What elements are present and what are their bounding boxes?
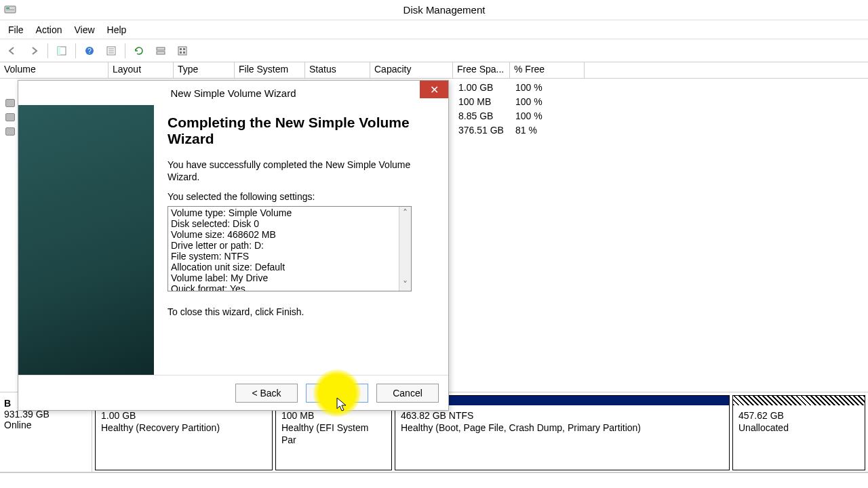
- settings-listbox[interactable]: Volume type: Simple Volume Disk selected…: [167, 206, 412, 291]
- col-status[interactable]: Status: [305, 62, 370, 78]
- partition-status: Healthy (Boot, Page File, Crash Dump, Pr…: [401, 422, 724, 434]
- partition-status: Unallocated: [738, 422, 859, 434]
- menu-file[interactable]: File: [8, 24, 24, 35]
- partition-size: 457.62 GB: [738, 409, 859, 422]
- toolbar-separator: [75, 43, 76, 58]
- list-row[interactable]: 100 MB100 %: [458, 96, 570, 110]
- new-volume-wizard-dialog: New Simple Volume Wizard ✕ Completing th…: [18, 80, 449, 411]
- wizard-heading: Completing the New Simple Volume Wizard: [167, 115, 435, 147]
- wizard-completed-text: You have successfully completed the New …: [167, 159, 435, 183]
- svg-rect-17: [183, 52, 185, 54]
- disk-status: Online: [4, 420, 87, 430]
- wizard-buttons: < Back Finish Cancel: [18, 375, 448, 410]
- cancel-button[interactable]: Cancel: [376, 384, 439, 403]
- setting-line: File system: NTFS: [171, 251, 408, 262]
- svg-text:?: ?: [87, 47, 92, 55]
- partition-status: Healthy (Recovery Partition): [101, 422, 267, 434]
- scroll-down-icon[interactable]: ˅: [399, 279, 411, 291]
- wizard-content: Completing the New Simple Volume Wizard …: [154, 105, 448, 375]
- partition-size: 1.00 GB: [101, 409, 267, 422]
- disk-list-icon[interactable]: [153, 43, 169, 59]
- cell-pct: 100 %: [515, 110, 570, 125]
- partition-status: Healthy (EFI System Par: [281, 422, 386, 446]
- divider: [0, 472, 868, 473]
- col-layout[interactable]: Layout: [108, 62, 174, 78]
- list-row[interactable]: 8.85 GB100 %: [458, 110, 570, 125]
- wizard-settings-label: You selected the following settings:: [167, 191, 435, 203]
- show-hide-icon[interactable]: [54, 43, 70, 59]
- partition-unallocated[interactable]: 457.62 GBUnallocated: [732, 395, 865, 470]
- app-icon: [4, 4, 16, 16]
- col-filesystem[interactable]: File System: [235, 62, 305, 78]
- back-button[interactable]: < Back: [235, 384, 298, 403]
- col-capacity[interactable]: Capacity: [370, 62, 453, 78]
- setting-line: Allocation unit size: Default: [171, 262, 408, 272]
- scroll-thumb[interactable]: [401, 220, 410, 277]
- svg-rect-12: [157, 52, 165, 54]
- settings-icon[interactable]: [174, 43, 191, 59]
- cell-free: 1.00 GB: [458, 82, 515, 96]
- back-arrow-icon[interactable]: [4, 43, 20, 59]
- cell-free: 8.85 GB: [458, 110, 515, 125]
- volume-list-partial: 1.00 GB100 % 100 MB100 % 8.85 GB100 % 37…: [458, 82, 570, 139]
- list-row[interactable]: 376.51 GB81 %: [458, 125, 570, 139]
- wizard-close-text: To close this wizard, click Finish.: [167, 306, 435, 319]
- scroll-up-icon[interactable]: ˄: [399, 207, 411, 219]
- setting-line: Volume type: Simple Volume: [171, 207, 408, 218]
- close-button[interactable]: ✕: [420, 81, 448, 98]
- scrollbar[interactable]: ˄ ˅: [399, 207, 411, 291]
- setting-line: Drive letter or path: D:: [171, 240, 408, 251]
- dialog-title: New Simple Volume Wizard: [170, 87, 296, 99]
- svg-rect-11: [157, 47, 165, 50]
- window-title: Disk Management: [20, 4, 868, 16]
- col-freespace[interactable]: Free Spa...: [453, 62, 510, 78]
- close-icon: ✕: [430, 83, 439, 96]
- setting-line: Disk selected: Disk 0: [171, 218, 408, 229]
- toolbar-separator: [47, 43, 48, 58]
- volume-icons-peek: [5, 99, 15, 142]
- menubar: File Action View Help: [0, 20, 868, 39]
- cell-free: 100 MB: [458, 96, 515, 110]
- cell-pct: 100 %: [515, 82, 570, 96]
- col-pctfree[interactable]: % Free: [510, 62, 585, 78]
- setting-line: Volume size: 468602 MB: [171, 229, 408, 240]
- menu-view[interactable]: View: [74, 24, 94, 35]
- refresh-icon[interactable]: [131, 43, 147, 59]
- svg-rect-16: [180, 52, 182, 54]
- partition-size: 463.82 GB NTFS: [401, 409, 724, 422]
- partition-stripe: [733, 396, 865, 405]
- forward-arrow-icon[interactable]: [26, 43, 42, 59]
- toolbar-separator: [125, 43, 125, 58]
- partition-size: 100 MB: [281, 409, 386, 422]
- cell-pct: 100 %: [515, 96, 570, 110]
- cell-pct: 81 %: [515, 125, 570, 139]
- svg-rect-13: [178, 47, 186, 55]
- setting-line: Quick format: Yes: [171, 283, 408, 291]
- help-icon[interactable]: ?: [81, 43, 98, 59]
- cursor-icon: [336, 397, 349, 412]
- col-volume[interactable]: Volume: [0, 62, 108, 78]
- svg-rect-15: [183, 48, 185, 50]
- svg-rect-4: [58, 47, 60, 55]
- cell-free: 376.51 GB: [458, 125, 515, 139]
- properties-icon[interactable]: [103, 43, 119, 59]
- dialog-titlebar[interactable]: New Simple Volume Wizard ✕: [18, 81, 448, 105]
- titlebar: Disk Management: [0, 0, 868, 20]
- toolbar: ?: [0, 39, 868, 62]
- svg-rect-1: [6, 7, 9, 9]
- svg-rect-2: [6, 9, 14, 10]
- svg-rect-14: [180, 48, 182, 50]
- menu-help[interactable]: Help: [107, 24, 127, 35]
- column-headers: Volume Layout Type File System Status Ca…: [0, 62, 868, 79]
- menu-action[interactable]: Action: [36, 24, 62, 35]
- wizard-banner: [18, 105, 154, 375]
- col-type[interactable]: Type: [174, 62, 235, 78]
- list-row[interactable]: 1.00 GB100 %: [458, 82, 570, 96]
- setting-line: Volume label: My Drive: [171, 272, 408, 283]
